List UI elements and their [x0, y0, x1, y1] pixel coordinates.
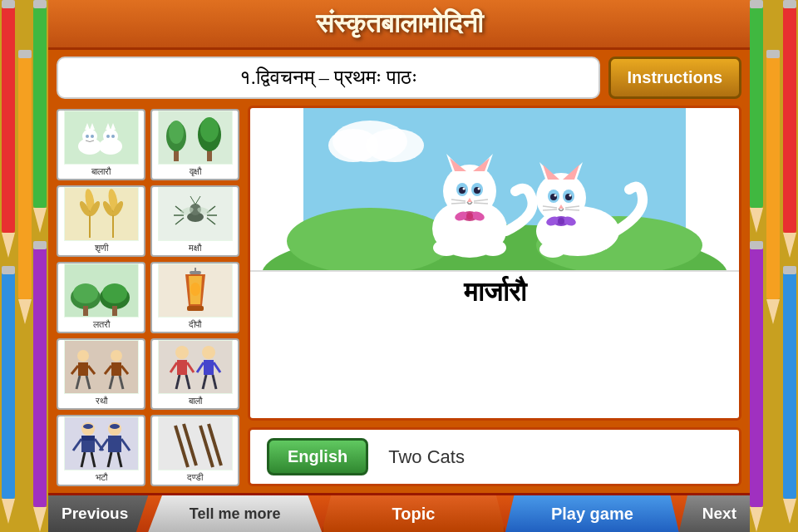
- svg-point-134: [366, 129, 424, 162]
- right-pencil-border: [748, 0, 798, 532]
- svg-point-38: [103, 129, 118, 144]
- svg-point-46: [169, 121, 184, 144]
- grid-item-8-label: बालौ: [185, 394, 205, 408]
- grid-item-9[interactable]: भटौ: [57, 415, 145, 486]
- grid-item-8[interactable]: बालौ: [150, 338, 239, 410]
- sanskrit-word: मार्जारौ: [250, 270, 739, 313]
- svg-rect-24: [750, 0, 763, 208]
- grid-item-3-label: शृणी: [91, 241, 111, 255]
- lesson-title: १.द्विवचनम् – प्रथमः पाठः: [57, 57, 600, 99]
- svg-line-155: [474, 203, 488, 204]
- grid-item-7[interactable]: रथौ: [57, 338, 145, 410]
- svg-rect-11: [33, 0, 47, 8]
- grid-item-4-label: मक्षौ: [185, 241, 204, 255]
- svg-rect-30: [65, 111, 138, 164]
- svg-point-76: [102, 283, 127, 303]
- svg-rect-114: [83, 424, 93, 429]
- grid-item-5[interactable]: लतरौ: [57, 262, 145, 333]
- svg-point-161: [480, 239, 506, 256]
- grid-item-3[interactable]: शृणी: [57, 185, 145, 257]
- svg-rect-2: [2, 0, 15, 8]
- next-button[interactable]: Next: [679, 495, 750, 532]
- svg-point-172: [554, 195, 557, 197]
- svg-point-173: [569, 195, 572, 197]
- svg-rect-3: [18, 50, 32, 299]
- svg-point-36: [91, 135, 94, 138]
- svg-point-163: [536, 173, 586, 223]
- header-row: १.द्विवचनम् – प्रथमः पाठः Instructions: [57, 57, 741, 99]
- svg-rect-50: [65, 188, 138, 240]
- main-image-box: मार्जारौ: [248, 106, 741, 421]
- svg-marker-19: [766, 299, 780, 324]
- grid-item-1[interactable]: बालारौ: [57, 109, 145, 180]
- svg-rect-8: [2, 266, 15, 274]
- svg-line-176: [543, 209, 557, 210]
- svg-point-41: [106, 135, 110, 138]
- nav-bar: Previous Tell me more Topic Play game Ne…: [48, 493, 750, 532]
- svg-point-160: [433, 239, 460, 256]
- svg-rect-0: [2, 0, 15, 233]
- cat-scene: [250, 108, 739, 270]
- grid-item-1-label: बालारौ: [88, 165, 114, 179]
- svg-point-49: [200, 117, 219, 142]
- svg-rect-18: [766, 50, 780, 299]
- svg-rect-14: [33, 241, 47, 249]
- content-body: १.द्विवचनम् – प्रथमः पाठः Instructions: [48, 50, 750, 493]
- grid-item-6-label: दीपौ: [185, 318, 204, 332]
- right-display-panel: मार्जारौ English Two Cats: [248, 106, 741, 486]
- grid-item-10[interactable]: दण्डी: [150, 415, 239, 486]
- svg-point-149: [463, 188, 466, 190]
- svg-point-35: [86, 135, 89, 138]
- svg-marker-22: [783, 499, 796, 524]
- svg-marker-7: [2, 499, 15, 524]
- svg-point-104: [202, 346, 215, 359]
- svg-rect-105: [204, 360, 214, 375]
- svg-rect-6: [2, 266, 15, 499]
- grid-item-6[interactable]: दीपौ: [150, 262, 239, 333]
- svg-rect-12: [33, 241, 47, 507]
- svg-marker-10: [33, 208, 47, 233]
- svg-rect-113: [81, 436, 95, 441]
- svg-rect-26: [750, 0, 763, 8]
- svg-point-159: [466, 213, 473, 219]
- svg-rect-15: [783, 0, 796, 233]
- svg-rect-20: [766, 50, 780, 58]
- svg-point-98: [175, 346, 189, 359]
- left-pencil-border: [0, 0, 50, 532]
- svg-marker-25: [750, 208, 763, 233]
- svg-point-82: [190, 283, 200, 296]
- previous-button[interactable]: Previous: [48, 495, 148, 532]
- app-container: संस्कृतबालामोदिनी १.द्विवचनम् – प्रथमः प…: [0, 0, 798, 532]
- play-game-button[interactable]: Play game: [505, 495, 679, 532]
- svg-rect-9: [33, 0, 47, 208]
- svg-rect-80: [190, 271, 201, 274]
- grid-item-2-label: वृक्षौ: [186, 165, 204, 179]
- instructions-button[interactable]: Instructions: [608, 57, 741, 99]
- svg-rect-29: [750, 241, 763, 249]
- image-grid-panel: बालारौ: [57, 106, 239, 486]
- grid-item-10-label: दण्डी: [184, 470, 206, 485]
- svg-rect-86: [78, 362, 88, 376]
- svg-rect-5: [18, 50, 32, 58]
- english-translation-box: English Two Cats: [248, 427, 741, 486]
- image-grid: बालारौ: [57, 109, 239, 486]
- svg-point-91: [111, 350, 122, 362]
- svg-rect-23: [783, 266, 796, 274]
- svg-point-140: [443, 165, 496, 218]
- grid-item-2[interactable]: वृक्षौ: [150, 109, 239, 180]
- svg-point-183: [539, 241, 566, 258]
- svg-marker-16: [783, 233, 796, 258]
- grid-item-4[interactable]: मक्षौ: [150, 185, 239, 257]
- svg-point-85: [77, 350, 89, 362]
- app-title: संस्कृतबालामोदिनी: [316, 8, 483, 38]
- main-section: बालारौ: [57, 106, 741, 486]
- svg-rect-77: [83, 306, 88, 316]
- english-button[interactable]: English: [267, 438, 368, 475]
- topic-button[interactable]: Topic: [322, 495, 505, 532]
- svg-line-178: [565, 209, 579, 210]
- svg-marker-4: [18, 299, 32, 324]
- tell-more-button[interactable]: Tell me more: [148, 495, 322, 532]
- svg-rect-99: [177, 360, 187, 375]
- svg-point-150: [478, 188, 480, 190]
- svg-rect-17: [783, 0, 796, 8]
